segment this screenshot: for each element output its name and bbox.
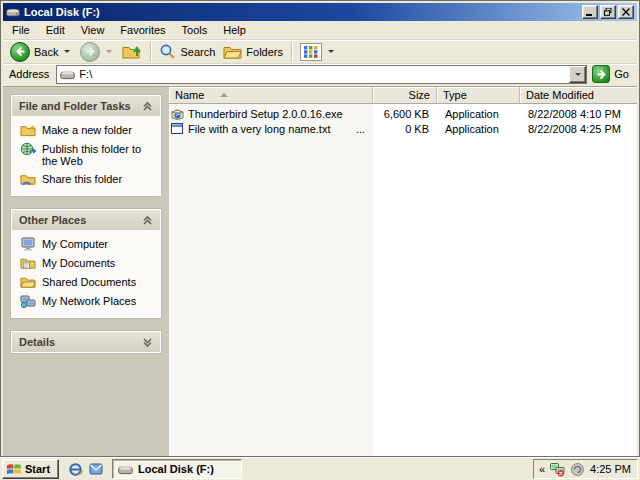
panel-header-details[interactable]: Details xyxy=(12,332,160,352)
address-label: Address xyxy=(6,68,56,80)
generic-file-icon xyxy=(171,122,184,135)
back-label: Back xyxy=(34,46,58,58)
task-label: Make a new folder xyxy=(42,123,132,136)
file-date-cell: 8/22/2008 4:10 PM xyxy=(520,108,637,120)
sort-ascending-icon xyxy=(220,93,228,97)
link-my-network-places[interactable]: My Network Places xyxy=(20,294,156,308)
address-dropdown-button[interactable] xyxy=(569,66,586,83)
menu-tools[interactable]: Tools xyxy=(174,21,216,39)
folders-icon xyxy=(223,44,242,59)
tray-clock[interactable]: 4:25 PM xyxy=(590,463,631,475)
column-label: Size xyxy=(409,89,430,101)
panel-header-file-folder-tasks[interactable]: File and Folder Tasks xyxy=(12,96,160,116)
task-label: My Computer xyxy=(42,237,108,250)
sorted-column-shade xyxy=(169,104,373,456)
restore-button[interactable] xyxy=(600,5,616,19)
menu-help[interactable]: Help xyxy=(215,21,254,39)
task-label: Share this folder xyxy=(42,172,122,185)
minimize-button[interactable] xyxy=(582,5,598,19)
panel-title: Other Places xyxy=(19,214,86,226)
task-label: Shared Documents xyxy=(42,275,136,288)
window-controls xyxy=(582,5,634,19)
panel-details: Details xyxy=(11,331,161,353)
desktop-screen: Local Disk (F:) xyxy=(0,0,640,480)
title-bar[interactable]: Local Disk (F:) xyxy=(3,3,637,21)
up-button[interactable] xyxy=(118,41,146,63)
task-label: My Network Places xyxy=(42,294,136,307)
close-icon xyxy=(622,8,630,16)
task-publish-folder[interactable]: Publish this folder to the Web xyxy=(20,142,156,167)
close-button[interactable] xyxy=(618,5,634,19)
disk-icon xyxy=(60,69,75,80)
outlook-express-icon[interactable] xyxy=(88,461,104,477)
standard-buttons-toolbar: Back xyxy=(3,40,637,64)
file-name: File with a very long name.txt xyxy=(188,123,330,135)
file-size-cell: 0 KB xyxy=(373,123,437,135)
explorer-window: Local Disk (F:) xyxy=(0,0,640,457)
my-computer-icon xyxy=(20,237,36,251)
forward-button[interactable] xyxy=(76,41,118,63)
menu-view[interactable]: View xyxy=(73,21,113,39)
go-button[interactable]: Go xyxy=(587,65,634,83)
link-my-documents[interactable]: My Documents xyxy=(20,256,156,270)
file-name: Thunderbird Setup 2.0.0.16.exe xyxy=(188,108,343,120)
menu-edit[interactable]: Edit xyxy=(38,21,73,39)
internet-explorer-icon[interactable] xyxy=(67,461,83,477)
file-list: Name Size Type Date Modified xyxy=(169,87,637,456)
my-documents-icon xyxy=(20,256,36,270)
link-shared-documents[interactable]: Shared Documents xyxy=(20,275,156,289)
back-button[interactable]: Back xyxy=(6,41,76,63)
thunderbird-setup-icon xyxy=(171,107,184,120)
task-label: Publish this folder to the Web xyxy=(42,142,156,167)
task-make-new-folder[interactable]: Make a new folder xyxy=(20,123,156,137)
panel-file-folder-tasks: File and Folder Tasks Make a new folder xyxy=(11,95,161,196)
column-header-date-modified[interactable]: Date Modified xyxy=(520,87,637,104)
menu-file[interactable]: File xyxy=(4,21,38,39)
tray-expand-chevron[interactable]: « xyxy=(539,463,545,475)
share-folder-icon xyxy=(20,172,36,186)
column-header-name[interactable]: Name xyxy=(169,87,373,104)
tray-device-icon[interactable] xyxy=(570,462,585,477)
new-folder-icon xyxy=(20,123,36,137)
file-date-cell: 8/22/2008 4:25 PM xyxy=(520,123,637,135)
system-tray: « 4:25 PM xyxy=(533,459,638,479)
start-button[interactable]: Start xyxy=(2,459,59,479)
minimize-icon xyxy=(586,8,594,16)
panel-body: Make a new folder Publish this folder to… xyxy=(12,116,160,195)
column-label: Date Modified xyxy=(526,89,594,101)
column-label: Type xyxy=(443,89,467,101)
window-title: Local Disk (F:) xyxy=(24,6,100,18)
shared-documents-icon xyxy=(20,275,36,289)
file-size-cell: 6,600 KB xyxy=(373,108,437,120)
windows-logo-icon xyxy=(7,463,21,475)
views-dropdown-icon xyxy=(328,50,334,53)
task-label: My Documents xyxy=(42,256,115,269)
task-share-folder[interactable]: Share this folder xyxy=(20,172,156,186)
up-folder-icon xyxy=(122,43,142,60)
task-pane-sidebar: File and Folder Tasks Make a new folder xyxy=(3,87,169,456)
column-header-size[interactable]: Size xyxy=(373,87,437,104)
panel-header-other-places[interactable]: Other Places xyxy=(12,210,160,230)
taskbar-task-local-disk[interactable]: Local Disk (F:) xyxy=(112,459,242,479)
restore-icon xyxy=(604,8,612,16)
table-row[interactable]: Thunderbird Setup 2.0.0.16.exe 6,600 KB … xyxy=(169,106,637,121)
column-headers: Name Size Type Date Modified xyxy=(169,87,637,104)
panel-body: My Computer My Documents xyxy=(12,230,160,317)
panel-other-places: Other Places xyxy=(11,209,161,318)
go-label: Go xyxy=(614,68,629,80)
start-label: Start xyxy=(25,463,50,475)
chevron-down-icon xyxy=(142,337,153,348)
folders-button[interactable]: Folders xyxy=(219,41,287,63)
network-offline-icon[interactable] xyxy=(550,462,565,477)
address-input[interactable]: F:\ xyxy=(56,65,587,84)
table-row[interactable]: File with a very long name.txt ... 0 KB … xyxy=(169,121,637,136)
views-button[interactable] xyxy=(296,41,340,63)
search-button[interactable]: Search xyxy=(155,41,219,63)
search-icon xyxy=(159,43,176,60)
network-places-icon xyxy=(20,294,36,308)
disk-icon xyxy=(118,464,133,475)
menu-favorites[interactable]: Favorites xyxy=(112,21,173,39)
link-my-computer[interactable]: My Computer xyxy=(20,237,156,251)
forward-icon xyxy=(80,42,100,62)
column-header-type[interactable]: Type xyxy=(437,87,520,104)
